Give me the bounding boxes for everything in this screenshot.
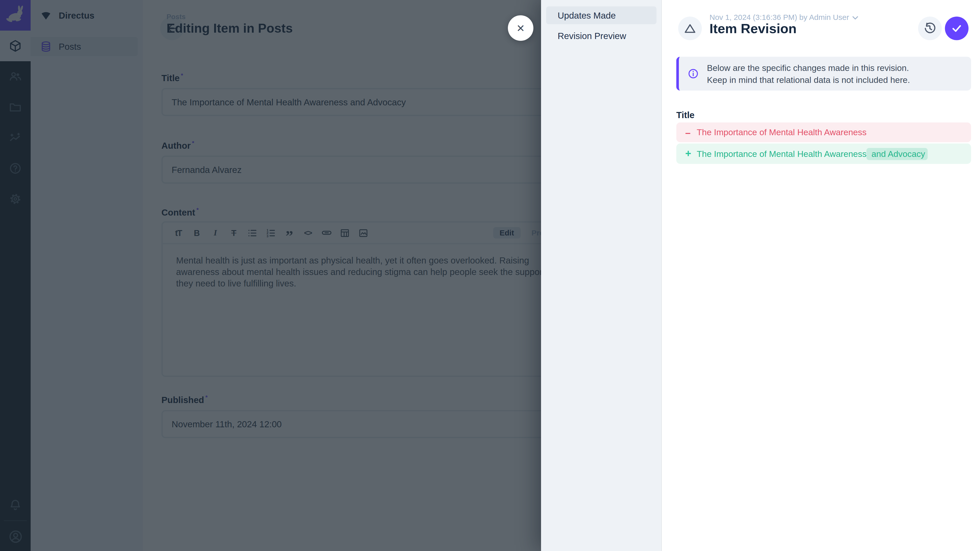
chevron-down-icon xyxy=(849,15,858,20)
history-restore-icon xyxy=(923,21,936,35)
close-icon: ✕ xyxy=(516,22,525,34)
revert-button[interactable] xyxy=(918,16,942,40)
revision-header-icon-button xyxy=(678,16,702,40)
done-button[interactable] xyxy=(945,16,969,40)
diff-removed-row: – The Importance of Mental Health Awaren… xyxy=(676,122,971,142)
diff-added-row: + The Importance of Mental Health Awaren… xyxy=(676,144,971,164)
diff-section-label: Title xyxy=(676,110,694,120)
info-icon xyxy=(687,68,700,80)
revision-selector[interactable]: Nov 1, 2024 (3:16:36 PM) by Admin User xyxy=(710,13,858,22)
diff-added-text: The Importance of Mental Health Awarenes… xyxy=(697,149,866,159)
drawer-main: Nov 1, 2024 (3:16:36 PM) by Admin User I… xyxy=(662,0,980,551)
change-history-triangle-icon xyxy=(683,21,697,35)
directus-app: Directus Posts Posts Editing Item in Pos… xyxy=(0,0,980,551)
drawer-title: Item Revision xyxy=(710,21,797,37)
tab-updates-made[interactable]: Updates Made xyxy=(546,6,657,24)
diff-added-highlight: and Advocacy xyxy=(866,148,928,160)
diff-removed-text: The Importance of Mental Health Awarenes… xyxy=(697,127,866,137)
plus-icon: + xyxy=(685,148,697,159)
revision-drawer: Updates Made Revision Preview Nov 1, 202… xyxy=(541,0,980,551)
tab-revision-preview[interactable]: Revision Preview xyxy=(546,27,657,44)
info-banner-text: Below are the specific changes made in t… xyxy=(707,62,910,86)
drawer-sidebar: Updates Made Revision Preview xyxy=(541,0,662,551)
minus-icon: – xyxy=(685,127,697,138)
close-drawer-button[interactable]: ✕ xyxy=(508,15,533,41)
info-banner: Below are the specific changes made in t… xyxy=(676,57,971,91)
check-icon xyxy=(951,22,963,34)
stage: Directus Posts Posts Editing Item in Pos… xyxy=(0,0,980,551)
